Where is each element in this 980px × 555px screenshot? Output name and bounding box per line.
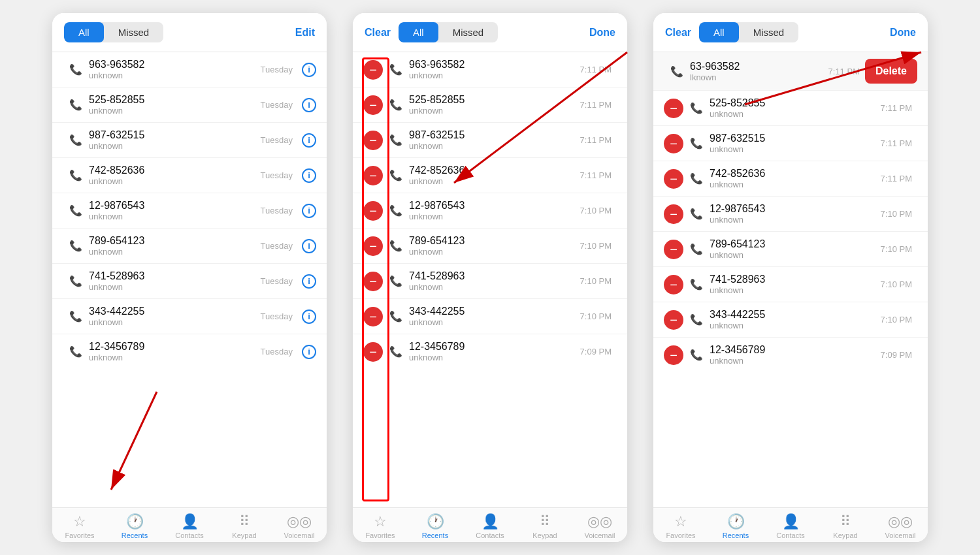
call-time: Tuesday [261,241,293,251]
tab-voicemail-label: Voicemail [284,531,314,539]
call-time: 7:10 PM [881,279,912,289]
phone-icon: 📞 [387,61,405,79]
tab-favorites[interactable]: ☆ Favorites [52,513,107,539]
panel3-missed-btn[interactable]: Missed [739,22,799,42]
tab-keypad[interactable]: ⠿ Keypad [217,513,272,539]
delete-circle-btn[interactable] [363,201,383,221]
info-btn[interactable]: i [302,204,316,218]
panel1-call-list: 📞 963-963582 unknown Tuesday i 📞 525-852… [52,52,327,507]
delete-circle-btn[interactable] [363,95,383,115]
recents-icon: 🕐 [727,513,745,530]
call-item: 📞 12-9876543unknown Tuesdayi [52,193,327,229]
panel2-all-btn[interactable]: All [399,22,438,42]
tab-contacts-label: Contacts [175,531,203,539]
delete-circle-btn[interactable] [664,134,683,153]
tab-recents[interactable]: 🕐 Recents [408,513,463,539]
panel1-edit-btn[interactable]: Edit [295,27,315,39]
delete-circle-btn[interactable] [664,99,683,118]
tab-voicemail-label: Voicemail [885,531,915,539]
call-number: 963-963582 [89,59,261,71]
tab-contacts[interactable]: 👤 Contacts [162,513,217,539]
info-btn[interactable]: i [302,239,316,253]
phone-icon: 📞 [67,343,85,361]
call-time: 7:09 PM [881,350,912,360]
call-label: unknown [710,109,881,119]
panel3-all-btn[interactable]: All [699,22,739,42]
call-label: unknown [89,317,261,327]
tab-recents[interactable]: 🕐 Recents [107,513,162,539]
star-icon: ☆ [374,513,387,530]
info-btn[interactable]: i [302,133,316,148]
tab-voicemail[interactable]: ◎◎ Voicemail [572,513,627,539]
delete-circle-btn[interactable] [363,342,383,362]
call-number: 343-442255 [710,309,881,321]
delete-circle-btn[interactable] [664,310,683,330]
call-time: 7:11 PM [580,65,612,74]
tab-voicemail[interactable]: ◎◎ Voicemail [272,513,327,539]
call-label: unknown [409,71,580,80]
call-time: Tuesday [261,311,293,321]
call-time: 7:11 PM [881,174,912,183]
call-item: 📞 343-442255unknown Tuesdayi [52,299,327,334]
call-number: 525-852855 [89,94,261,106]
tab-recents[interactable]: 🕐 Recents [708,513,763,539]
call-time: 7:10 PM [881,315,912,325]
tab-voicemail[interactable]: ◎◎ Voicemail [873,513,928,539]
panel2-clear-btn[interactable]: Clear [365,27,391,39]
panel2-missed-btn[interactable]: Missed [438,22,498,42]
call-item: 📞 742-852636unknown 7:11 PM [653,161,928,197]
panel1-tabbar: ☆ Favorites 🕐 Recents 👤 Contacts ⠿ Keypa… [52,507,327,542]
delete-circle-btn[interactable] [363,60,383,80]
delete-circle-btn[interactable] [363,307,383,326]
tab-contacts[interactable]: 👤 Contacts [463,513,517,539]
call-label: unknown [710,180,881,189]
call-item: 📞 343-442255unknown 7:10 PM [353,299,627,334]
call-right: Tuesday i [261,63,316,77]
delete-circle-btn[interactable] [363,236,383,256]
call-time: Tuesday [261,65,293,74]
tab-favorites[interactable]: ☆ Favorites [653,513,708,539]
delete-circle-btn[interactable] [363,166,383,185]
delete-circle-btn[interactable] [363,131,383,150]
info-btn[interactable]: i [302,63,316,77]
panel1-all-btn[interactable]: All [64,22,104,42]
delete-btn[interactable]: Delete [865,59,917,84]
delete-circle-btn[interactable] [664,240,683,259]
call-time: 7:10 PM [580,276,612,286]
delete-circle-btn[interactable] [664,204,683,224]
recents-icon: 🕐 [427,513,444,530]
delete-circle-btn[interactable] [363,272,383,291]
voicemail-icon: ◎◎ [287,513,312,530]
call-item: 📞 742-852636unknown Tuesdayi [52,158,327,193]
info-btn[interactable]: i [302,345,316,359]
star-icon: ☆ [73,513,86,530]
call-item: 📞 343-442255unknown 7:10 PM [653,302,928,338]
delete-circle-btn[interactable] [664,275,683,294]
tab-keypad[interactable]: ⠿ Keypad [517,513,572,539]
panel3-clear-btn[interactable]: Clear [665,27,691,39]
info-btn[interactable]: i [302,309,316,324]
panel2-done-btn[interactable]: Done [589,27,615,39]
call-item: 📞 12-3456789unknown 7:09 PM [353,334,627,369]
call-number: 741-528963 [710,274,881,285]
call-item: 📞 12-3456789unknown 7:09 PM [653,338,928,372]
info-btn[interactable]: i [302,274,316,289]
tab-favorites[interactable]: ☆ Favorites [353,513,408,539]
phone-icon: 📞 [387,131,405,150]
panel1-missed-btn[interactable]: Missed [104,22,164,42]
call-label: unknown [89,141,261,151]
call-time: 7:11 PM [580,100,612,110]
tab-contacts[interactable]: 👤 Contacts [763,513,818,539]
recents-icon: 🕐 [126,513,144,530]
delete-circle-btn[interactable] [664,345,683,365]
tab-contacts-label: Contacts [776,531,804,539]
info-btn[interactable]: i [302,168,316,183]
tab-keypad[interactable]: ⠿ Keypad [818,513,873,539]
delete-circle-btn[interactable] [664,169,683,189]
call-label: unknown [710,215,881,225]
panel3-done-btn[interactable]: Done [890,27,916,39]
tab-recents-label: Recents [723,531,749,539]
call-label: unknown [409,317,580,327]
phone-icon: 📞 [687,170,706,188]
info-btn[interactable]: i [302,98,316,112]
